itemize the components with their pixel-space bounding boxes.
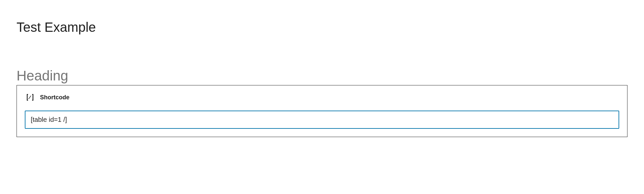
block-header: Shortcode — [25, 92, 619, 103]
block-label: Shortcode — [40, 94, 69, 101]
shortcode-input[interactable] — [25, 111, 619, 129]
shortcode-icon — [25, 92, 35, 103]
heading-block-placeholder[interactable]: Heading — [17, 68, 627, 84]
shortcode-block[interactable]: Shortcode — [17, 85, 627, 137]
page-title[interactable]: Test Example — [17, 20, 627, 35]
